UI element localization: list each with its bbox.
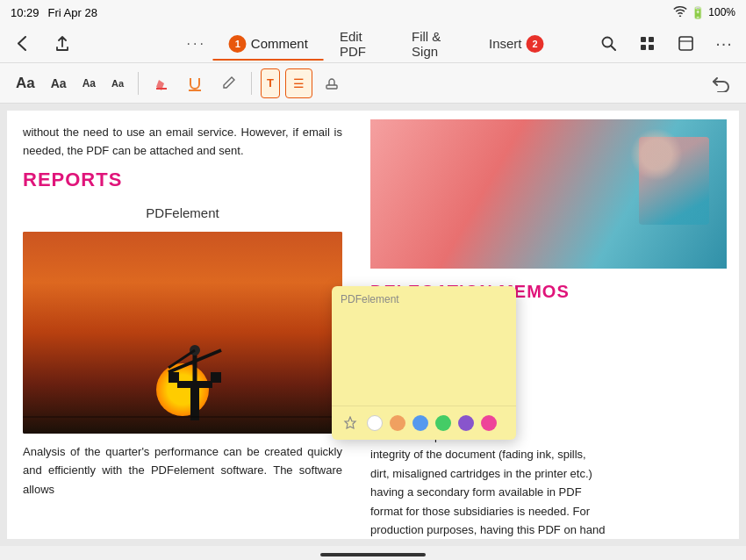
- battery-icon: 🔋: [691, 6, 705, 19]
- tab-comment-label: Comment: [251, 36, 308, 51]
- color-green[interactable]: [435, 415, 451, 431]
- sticky-footer: [332, 406, 516, 440]
- svg-rect-13: [169, 372, 179, 383]
- svg-rect-10: [326, 85, 337, 89]
- svg-rect-4: [641, 45, 646, 50]
- underline-button[interactable]: [181, 68, 209, 98]
- oil-pump-graphic: [151, 315, 239, 420]
- tab-comment[interactable]: 1 Comment: [213, 28, 324, 60]
- text-medium-label: Aa: [51, 76, 67, 90]
- tab-comment-badge: 1: [229, 35, 247, 53]
- tab-insert[interactable]: Insert 2: [473, 28, 560, 60]
- highlighter-red-button[interactable]: [147, 68, 176, 98]
- sticky-author: PDFelement: [341, 293, 399, 305]
- tab-insert-badge: 2: [527, 35, 544, 53]
- intro-text: without the need to use an email service…: [23, 123, 342, 161]
- sticky-note-button[interactable]: ☰: [285, 68, 312, 98]
- top-image: [370, 119, 727, 269]
- svg-line-1: [611, 46, 615, 50]
- color-orange[interactable]: [390, 415, 405, 431]
- share-button[interactable]: [49, 31, 75, 57]
- analysis-text: Analysis of the quarter's performance ca…: [23, 442, 342, 499]
- color-white[interactable]: [367, 415, 383, 431]
- pdf-page: without the need to use an email service…: [7, 111, 739, 539]
- svg-rect-2: [641, 37, 646, 42]
- text-size-medium-button[interactable]: Aa: [46, 68, 72, 98]
- sticky-content-area[interactable]: [332, 309, 516, 406]
- status-day: Fri Apr 28: [48, 6, 97, 19]
- toolbar-top: ··· 1 Comment Edit PDF Fill & Sign Inser…: [0, 25, 746, 63]
- divider-1: [138, 72, 139, 95]
- oil-image: [23, 232, 342, 434]
- color-blue[interactable]: [412, 415, 428, 431]
- annotation-bar: Aa Aa Aa Aa T ☰: [0, 63, 746, 104]
- home-indicator: [320, 553, 426, 556]
- tab-fill-sign[interactable]: Fill & Sign: [396, 22, 473, 66]
- pin-icon[interactable]: [341, 413, 360, 433]
- textbox-label: T: [267, 76, 274, 90]
- reports-title: REPORTS: [23, 164, 342, 196]
- more-dots-left[interactable]: ···: [187, 36, 206, 52]
- pencil-button[interactable]: [214, 68, 242, 98]
- tab-fill-sign-label: Fill & Sign: [412, 29, 457, 59]
- view-button[interactable]: [672, 31, 699, 57]
- tab-edit-pdf[interactable]: Edit PDF: [324, 22, 396, 66]
- text-size-tiny-button[interactable]: Aa: [106, 68, 129, 98]
- sticky-note-popup[interactable]: PDFelement: [332, 286, 516, 440]
- text-size-large-button[interactable]: Aa: [11, 68, 40, 98]
- svg-rect-11: [190, 385, 199, 420]
- tab-edit-pdf-label: Edit PDF: [340, 29, 380, 59]
- status-time: 10:29: [11, 6, 39, 19]
- color-pink[interactable]: [481, 415, 497, 431]
- svg-rect-5: [649, 45, 654, 50]
- pdfelement-label: PDFelement: [23, 203, 342, 225]
- color-purple[interactable]: [458, 415, 474, 431]
- svg-rect-12: [177, 381, 212, 388]
- svg-rect-3: [649, 37, 654, 42]
- left-column: without the need to use an email service…: [7, 111, 358, 539]
- more-options-button[interactable]: ···: [711, 31, 737, 57]
- textbox-button[interactable]: T: [261, 68, 280, 98]
- text-small-label: Aa: [82, 77, 96, 90]
- wifi-icon: [673, 6, 687, 19]
- svg-rect-14: [211, 372, 221, 383]
- sticky-icon: ☰: [293, 76, 305, 90]
- grid-button[interactable]: [634, 31, 660, 57]
- svg-rect-6: [679, 37, 692, 50]
- battery-percent: 100%: [708, 6, 735, 18]
- back-button[interactable]: [9, 31, 35, 57]
- content-area: without the need to use an email service…: [0, 104, 746, 546]
- undo-button[interactable]: [706, 68, 735, 98]
- text-tiny-label: Aa: [111, 78, 124, 89]
- text-large-label: Aa: [16, 75, 35, 92]
- stamp-button[interactable]: [318, 68, 346, 98]
- tab-insert-label: Insert: [489, 36, 522, 51]
- divider-2: [251, 72, 252, 95]
- text-size-small-button[interactable]: Aa: [77, 68, 101, 98]
- search-button[interactable]: [595, 31, 621, 57]
